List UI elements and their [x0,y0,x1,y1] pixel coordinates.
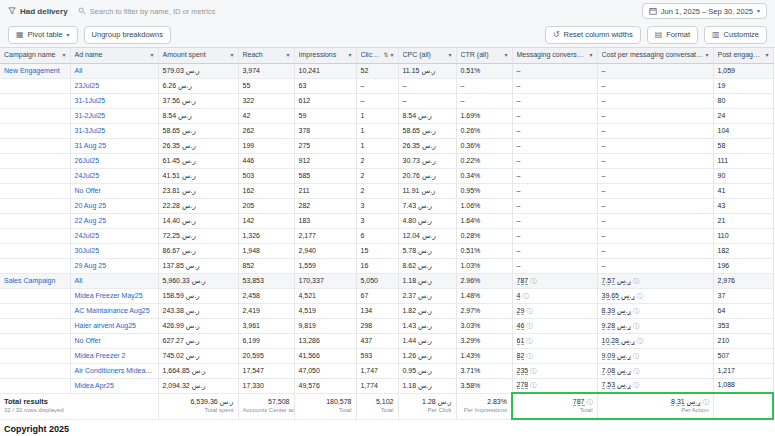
ad-name-link[interactable]: 31 Aug 25 [75,142,107,149]
campaign-link[interactable]: New Engagement [4,67,60,74]
pivot-table-button[interactable]: ▦ Pivot table ▾ [8,26,78,44]
ad-name-cell[interactable]: All [70,63,158,78]
search-input[interactable]: Search to filter by name, ID or metrics [78,7,632,16]
ad-name-cell[interactable]: 31-3Jul25 [70,123,158,138]
ad-name-link[interactable]: No Offer [75,337,101,344]
ad-name-link[interactable]: 26Jul25 [75,157,100,164]
col-header-campaign-name[interactable]: Campaign name▾ [0,48,70,63]
ad-name-cell[interactable]: Midea Apr25 [70,378,158,393]
chevron-down-icon[interactable]: ▾ [150,52,153,58]
ad-name-cell[interactable]: 24Jul25 [70,228,158,243]
ad-name-link[interactable]: No Offer [75,187,101,194]
info-icon[interactable]: ⓘ [530,368,536,374]
sort-icon[interactable]: ⇅ [383,52,388,59]
ad-name-cell[interactable]: No Offer [70,183,158,198]
ad-name-cell[interactable]: 29 Aug 25 [70,258,158,273]
info-icon[interactable]: ⓘ [633,382,639,388]
col-header-impressions[interactable]: Impressions▾ [294,48,356,63]
ad-name-link[interactable]: All [75,277,83,284]
campaign-name-cell [0,138,70,153]
ad-name-cell[interactable]: 20 Aug 25 [70,198,158,213]
ad-name-link[interactable]: Air Conditioners Midea Aug25 [75,367,159,374]
info-icon[interactable]: ⓘ [633,353,639,359]
ad-name-link[interactable]: 24Jul25 [75,232,100,239]
ad-name-link[interactable]: Haier airvent Aug25 [75,322,136,329]
chevron-down-icon[interactable]: ▾ [448,52,451,58]
info-icon[interactable]: ⓘ [526,323,532,329]
ad-name-cell[interactable]: 31 Aug 25 [70,138,158,153]
chevron-down-icon[interactable]: ▾ [348,52,351,58]
col-header-post-engagements[interactable]: Post engagements▾ [713,48,773,63]
ad-name-link[interactable]: AC Maintainance Aug25 [75,307,150,314]
ad-name-cell[interactable]: 22 Aug 25 [70,213,158,228]
ad-name-link[interactable]: 23Jul25 [75,82,100,89]
ad-name-link[interactable]: 31-3Jul25 [75,127,106,134]
info-icon[interactable]: ⓘ [526,308,532,314]
ad-name-link[interactable]: 22 Aug 25 [75,217,107,224]
info-icon[interactable]: ⓘ [587,399,593,405]
info-icon[interactable]: ⓘ [530,382,536,388]
ad-name-cell[interactable]: Midea Freezer May25 [70,288,158,303]
metric-cell: 64 [713,303,773,318]
ad-name-cell[interactable]: Air Conditioners Midea Aug25 [70,363,158,378]
col-header-ad-name[interactable]: Ad name▾ [70,48,158,63]
date-range-button[interactable]: Jun 1, 2025 – Sep 30, 2025 ▾ [642,3,767,19]
info-icon[interactable]: ⓘ [522,293,528,299]
customize-button[interactable]: ▥ Customize [704,26,767,44]
col-header-cost-per-messaging-conversation-started[interactable]: Cost per messaging conversation started▾ [597,48,713,63]
chevron-down-icon[interactable]: ▾ [589,52,592,58]
info-icon[interactable]: ⓘ [633,323,639,329]
ad-name-link[interactable]: Midea Freezer May25 [75,292,143,299]
had-delivery-filter-chip[interactable]: Had delivery [8,7,68,16]
ungroup-breakdowns-button[interactable]: Ungroup breakdowns [84,26,171,44]
ad-name-cell[interactable]: AC Maintainance Aug25 [70,303,158,318]
col-header-cpc-all[interactable]: CPC (all)▾ [398,48,456,63]
info-icon[interactable]: ⓘ [633,308,639,314]
chevron-down-icon[interactable]: ▾ [705,52,708,58]
ad-name-link[interactable]: Midea Apr25 [75,382,114,389]
ad-name-link[interactable]: 31-2Jul25 [75,112,106,119]
info-icon[interactable]: ⓘ [526,338,532,344]
format-button[interactable]: ▤ Format [647,26,698,44]
ad-name-link[interactable]: All [75,67,83,74]
info-icon[interactable]: ⓘ [530,278,536,284]
ad-name-link[interactable]: 29 Aug 25 [75,262,107,269]
info-icon[interactable]: ⓘ [637,293,643,299]
chevron-down-icon[interactable]: ▾ [765,52,768,58]
ad-name-cell[interactable]: 31-2Jul25 [70,108,158,123]
info-icon[interactable]: ⓘ [637,338,643,344]
col-header-clicks-all[interactable]: Clicks (all)⇅▾ [356,48,398,63]
chevron-down-icon[interactable]: ▾ [390,52,393,58]
chevron-down-icon[interactable]: ▾ [504,52,507,58]
col-header-ctr-all[interactable]: CTR (all)▾ [456,48,512,63]
info-icon[interactable]: ⓘ [633,368,639,374]
total-value: 2.83% [461,398,508,406]
ad-name-cell[interactable]: 30Jul25 [70,243,158,258]
info-icon[interactable]: ⓘ [633,278,639,284]
ad-name-cell[interactable]: 26Jul25 [70,153,158,168]
ad-name-link[interactable]: 31-1Jul25 [75,97,106,104]
col-header-reach[interactable]: Reach▾ [238,48,294,63]
ad-name-cell[interactable]: 24Jul25 [70,168,158,183]
info-icon[interactable]: ⓘ [526,353,532,359]
ad-name-cell[interactable]: 23Jul25 [70,78,158,93]
ad-name-cell[interactable]: 31-1Jul25 [70,93,158,108]
col-header-amount-spent[interactable]: Amount spent▾ [158,48,238,63]
ad-name-link[interactable]: 24Jul25 [75,172,100,179]
campaign-name-cell[interactable]: Sales Campaign [0,273,70,288]
campaign-link[interactable]: Sales Campaign [4,277,55,284]
ad-name-link[interactable]: Midea Freezer 2 [75,352,126,359]
ad-name-cell[interactable]: All [70,273,158,288]
info-icon[interactable]: ⓘ [703,399,709,405]
ad-name-link[interactable]: 20 Aug 25 [75,202,107,209]
chevron-down-icon[interactable]: ▾ [230,52,233,58]
chevron-down-icon[interactable]: ▾ [286,52,289,58]
campaign-name-cell[interactable]: New Engagement [0,63,70,78]
ad-name-cell[interactable]: No Offer [70,333,158,348]
chevron-down-icon[interactable]: ▾ [62,52,65,58]
reset-column-widths-button[interactable]: ↺ Reset column widths [545,26,641,44]
ad-name-link[interactable]: 30Jul25 [75,247,100,254]
ad-name-cell[interactable]: Haier airvent Aug25 [70,318,158,333]
ad-name-cell[interactable]: Midea Freezer 2 [70,348,158,363]
col-header-messaging-conversations-started[interactable]: Messaging conversations started▾ [512,48,597,63]
